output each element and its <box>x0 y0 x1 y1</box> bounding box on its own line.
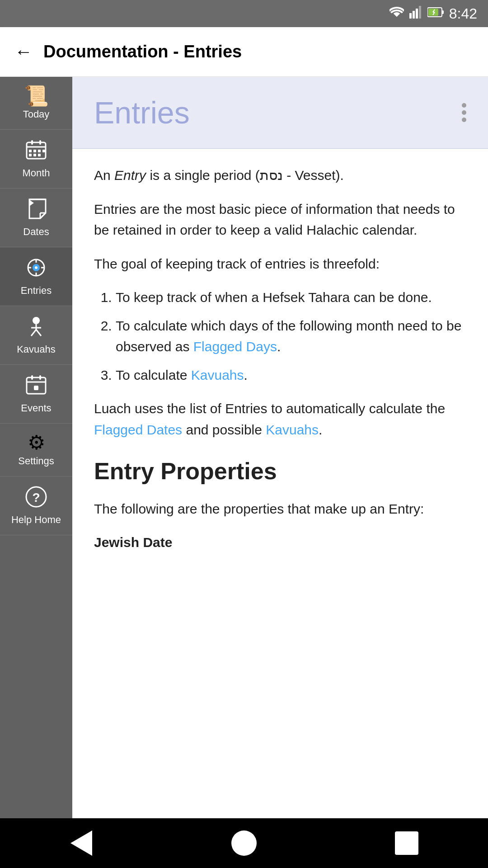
more-options-button[interactable] <box>462 103 466 122</box>
sidebar-item-entries[interactable]: Entries <box>0 247 72 306</box>
kavuahs-icon <box>25 315 47 341</box>
content-body: An Entry is a single period (נסת - Vesse… <box>72 149 488 582</box>
flagged-dates-link[interactable]: Flagged Dates <box>94 422 182 437</box>
dot-2 <box>462 110 466 115</box>
events-icon <box>25 374 47 400</box>
svg-line-36 <box>31 330 36 336</box>
paragraph-2: The goal of keeping track of entries is … <box>94 254 466 275</box>
today-icon: 📜 <box>24 86 49 106</box>
dates-icon <box>25 198 47 223</box>
sidebar-item-today-label: Today <box>23 108 50 120</box>
intro-paragraph: An Entry is a single period (נסת - Vesse… <box>94 165 466 186</box>
svg-rect-3 <box>419 6 421 19</box>
sidebar-item-entries-label: Entries <box>21 285 52 297</box>
svg-rect-43 <box>34 386 38 390</box>
dot-3 <box>462 118 466 122</box>
svg-rect-19 <box>33 154 36 156</box>
list-item-2: To calculate which days of the following… <box>116 316 466 358</box>
status-bar: 8:42 <box>0 0 488 27</box>
app-bar-title: Documentation - Entries <box>43 42 242 61</box>
svg-marker-26 <box>29 200 34 206</box>
kavuahs-link-2[interactable]: Kavuahs <box>266 422 319 437</box>
list-item-3: To calculate Kavuahs. <box>116 365 466 386</box>
svg-rect-16 <box>38 150 41 152</box>
sidebar-item-events[interactable]: Events <box>0 365 72 424</box>
paragraph-1: Entries are the most basic piece of info… <box>94 199 466 241</box>
svg-line-37 <box>36 330 41 336</box>
status-time: 8:42 <box>449 5 477 22</box>
sidebar: 📜 Today Month <box>0 77 72 818</box>
sidebar-item-kavuahs-label: Kavuahs <box>17 344 56 355</box>
svg-point-34 <box>33 317 40 324</box>
svg-rect-2 <box>416 9 418 19</box>
svg-point-29 <box>35 266 38 269</box>
settings-icon: ⚙ <box>28 433 45 453</box>
svg-rect-15 <box>33 150 36 152</box>
page-title: Entries <box>94 95 190 130</box>
svg-rect-17 <box>42 150 45 152</box>
wifi-icon <box>389 7 404 20</box>
sidebar-item-events-label: Events <box>21 402 51 414</box>
dot-1 <box>462 103 466 108</box>
back-button[interactable]: ← <box>14 42 33 62</box>
svg-rect-18 <box>29 154 32 156</box>
nav-recents-button[interactable] <box>389 825 425 861</box>
entries-icon <box>25 256 47 282</box>
svg-rect-14 <box>29 150 32 152</box>
svg-rect-20 <box>38 154 41 156</box>
svg-rect-5 <box>442 10 444 14</box>
month-icon <box>25 139 47 165</box>
svg-rect-42 <box>39 375 41 380</box>
sidebar-item-settings-label: Settings <box>18 455 54 467</box>
svg-rect-12 <box>31 140 33 145</box>
sidebar-item-kavuahs[interactable]: Kavuahs <box>0 306 72 365</box>
sidebar-item-help-home-label: Help Home <box>11 514 61 526</box>
sidebar-item-help-home[interactable]: ? Help Home <box>0 476 72 535</box>
home-circle-icon <box>231 830 257 856</box>
flagged-days-link-1[interactable]: Flagged Days <box>193 339 277 354</box>
entry-italic: Entry <box>114 168 146 183</box>
status-icons: 8:42 <box>389 5 477 22</box>
help-home-icon: ? <box>25 486 47 511</box>
content-area: Entries An Entry is a single period (נסת… <box>72 77 488 818</box>
truncated-text: Jewish Date <box>94 532 466 553</box>
app-bar: ← Documentation - Entries <box>0 27 488 77</box>
kavuahs-link-1[interactable]: Kavuahs <box>191 368 244 382</box>
page-header: Entries <box>72 77 488 149</box>
back-triangle-icon <box>70 830 92 856</box>
svg-text:?: ? <box>32 491 40 505</box>
nav-back-button[interactable] <box>63 825 99 861</box>
svg-rect-0 <box>409 13 412 19</box>
bottom-nav <box>0 818 488 868</box>
sidebar-item-month[interactable]: Month <box>0 130 72 189</box>
svg-rect-1 <box>413 11 415 19</box>
svg-rect-41 <box>31 375 33 380</box>
section-paragraph: The following are the properties that ma… <box>94 499 466 520</box>
paragraph-3: Luach uses the list of Entries to automa… <box>94 398 466 440</box>
list-item-1: To keep track of when a Hefsek Tahara ca… <box>116 287 466 308</box>
sidebar-item-settings[interactable]: ⚙ Settings <box>0 424 72 476</box>
main-container: 📜 Today Month <box>0 77 488 818</box>
svg-line-23 <box>40 213 46 218</box>
svg-rect-13 <box>39 140 41 145</box>
nav-home-button[interactable] <box>226 825 262 861</box>
section-heading: Entry Properties <box>94 453 466 490</box>
jewish-date-label: Jewish Date <box>94 535 172 550</box>
sidebar-item-month-label: Month <box>22 167 50 179</box>
recents-square-icon <box>395 831 418 855</box>
sidebar-item-dates[interactable]: Dates <box>0 189 72 247</box>
signal-icon <box>409 6 422 21</box>
sidebar-item-dates-label: Dates <box>23 226 49 238</box>
battery-icon <box>427 7 444 20</box>
sidebar-item-today[interactable]: 📜 Today <box>0 77 72 130</box>
goal-list: To keep track of when a Hefsek Tahara ca… <box>116 287 466 386</box>
